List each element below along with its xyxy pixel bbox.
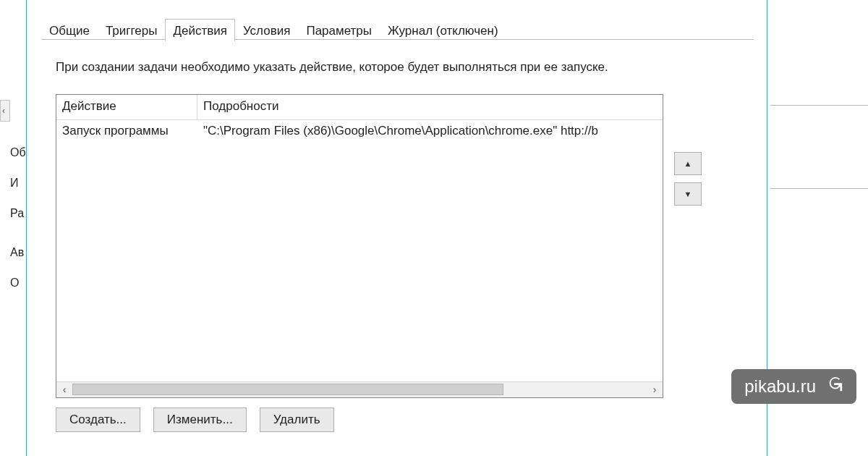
watermark-badge: pikabu.ru [731, 369, 856, 404]
scroll-thumb[interactable] [72, 384, 503, 395]
tab-history[interactable]: Журнал (отключен) [380, 20, 506, 41]
task-properties-dialog: Общие Триггеры Действия Условия Параметр… [26, 0, 767, 456]
tab-conditions[interactable]: Условия [235, 20, 298, 41]
bg-label: Ра [10, 198, 27, 229]
create-button[interactable]: Создать... [56, 408, 140, 432]
bg-scroll-left-icon[interactable]: ‹ [0, 100, 10, 122]
table-row[interactable]: Запуск программы "C:\Program Files (x86)… [56, 120, 663, 143]
bg-label: О [10, 268, 27, 298]
refresh-icon [827, 375, 843, 398]
reorder-buttons: ▲ ▼ [674, 152, 703, 206]
actions-description: При создании задачи необходимо указать д… [56, 60, 608, 75]
tab-strip: Общие Триггеры Действия Условия Параметр… [41, 17, 506, 41]
bg-divider [770, 105, 868, 106]
list-header: Действие Подробности [56, 95, 663, 120]
bg-label: И [10, 168, 27, 198]
move-down-button[interactable]: ▼ [674, 182, 702, 206]
tab-actions[interactable]: Действия [165, 19, 234, 41]
bg-label: Ав [10, 237, 27, 268]
column-header-details[interactable]: Подробности [197, 95, 663, 120]
edit-button[interactable]: Изменить... [153, 408, 247, 432]
delete-button[interactable]: Удалить [260, 408, 334, 432]
tab-general[interactable]: Общие [41, 20, 98, 41]
scroll-track[interactable] [72, 382, 647, 398]
bg-label: Об [10, 138, 27, 168]
actions-listbox[interactable]: Действие Подробности Запуск программы "C… [56, 94, 663, 398]
tab-underline [41, 39, 754, 40]
action-buttons: Создать... Изменить... Удалить [56, 408, 334, 432]
bg-divider [770, 188, 868, 190]
watermark-text: pikabu.ru [744, 376, 816, 397]
tab-settings[interactable]: Параметры [298, 20, 380, 41]
move-up-button[interactable]: ▲ [674, 152, 702, 175]
tab-triggers[interactable]: Триггеры [98, 20, 166, 41]
column-header-action[interactable]: Действие [56, 95, 197, 120]
horizontal-scrollbar[interactable]: ‹ › [56, 381, 663, 397]
cell-details: "C:\Program Files (x86)\Google\Chrome\Ap… [197, 120, 663, 143]
cell-action: Запуск программы [56, 120, 197, 143]
scroll-left-icon[interactable]: ‹ [56, 382, 72, 398]
bg-labels: Об И Ра Ав О [10, 138, 27, 298]
scroll-right-icon[interactable]: › [647, 382, 663, 398]
